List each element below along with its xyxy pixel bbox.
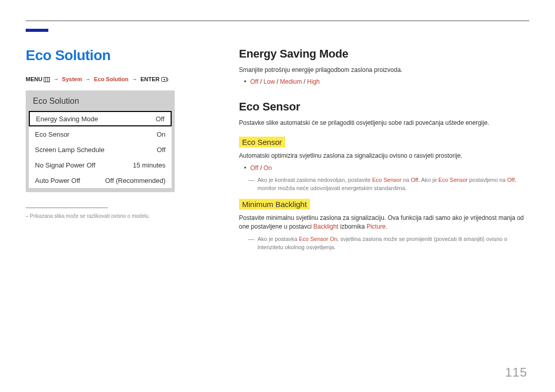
opt-off: Off: [250, 164, 258, 172]
subheading-min-backlight: Minimum Backlight: [239, 199, 310, 210]
menu-row-label: Screen Lamp Schedule: [35, 146, 104, 154]
breadcrumb-system: System: [62, 76, 82, 82]
breadcrumb-menu: MENU: [26, 76, 42, 82]
disclaimer-note: Prikazana slika može se razlikovati ovis…: [26, 213, 198, 219]
arrow-icon: →: [132, 76, 137, 82]
enter-icon: [161, 77, 169, 83]
eco-sensor-options: Off / On: [250, 164, 529, 173]
note-rule: [26, 208, 108, 208]
menu-row-label: Eco Sensor: [35, 130, 69, 138]
menu-row-screen-lamp[interactable]: Screen Lamp Schedule Off: [29, 142, 172, 157]
min-backlight-note: Ako je postavka Eco Sensor On, svjetlina…: [239, 235, 529, 252]
energy-saving-options: Off / Low / Medium / High: [250, 78, 529, 86]
subheading-eco-sensor: Eco Sensor: [239, 137, 285, 147]
eco-sensor-desc: Postavke slike automatski će se prilagod…: [239, 119, 529, 127]
section-heading-eco-sensor: Eco Sensor: [239, 100, 529, 114]
menu-row-value: 15 minutes: [133, 161, 165, 169]
menu-row-no-signal[interactable]: No Signal Power Off 15 minutes: [29, 157, 172, 173]
svg-rect-0: [44, 78, 50, 82]
menu-row-label: Auto Power Off: [35, 177, 80, 184]
menu-row-energy-saving[interactable]: Energy Saving Mode Off: [29, 111, 172, 126]
eco-sensor-sub-desc: Automatski optimizira svjetlinu zaslona …: [239, 152, 529, 160]
opt-on: On: [264, 164, 272, 172]
opt-medium: Medium: [280, 78, 302, 85]
min-backlight-desc: Postavite minimalnu svjetlinu zaslona za…: [239, 214, 529, 232]
menu-row-auto-power-off[interactable]: Auto Power Off Off (Recommended): [29, 173, 172, 188]
page-title: Eco Solution: [26, 47, 198, 64]
menu-row-value: On: [157, 130, 165, 138]
breadcrumb-eco: Eco Solution: [94, 76, 128, 82]
breadcrumb: MENU → System → Eco Solution → ENTER: [26, 76, 198, 83]
menu-row-value: Off (Recommended): [105, 177, 165, 184]
menu-row-label: No Signal Power Off: [35, 161, 96, 169]
section-heading-energy-saving: Energy Saving Mode: [239, 47, 529, 61]
menu-row-value: Off: [157, 146, 165, 154]
opt-low: Low: [264, 78, 275, 85]
opt-high: High: [307, 78, 320, 85]
accent-bar: [26, 29, 48, 32]
arrow-icon: →: [53, 76, 59, 82]
menu-row-label: Energy Saving Mode: [36, 115, 98, 123]
menu-row-value: Off: [156, 115, 164, 123]
menu-row-eco-sensor[interactable]: Eco Sensor On: [29, 126, 172, 142]
menu-icon: [44, 77, 50, 83]
page-number: 115: [505, 365, 527, 380]
menu-preview-title: Eco Solution: [26, 90, 175, 111]
arrow-icon: →: [85, 76, 91, 82]
menu-preview: Eco Solution Energy Saving Mode Off Eco …: [26, 90, 175, 192]
opt-off: Off: [250, 78, 258, 85]
header-rule: [26, 21, 529, 21]
energy-saving-desc: Smanjite potrošnju energije prilagodbom …: [239, 66, 529, 74]
eco-sensor-note: Ako je kontrast zaslona nedovoljan, post…: [239, 176, 529, 193]
breadcrumb-enter: ENTER: [140, 76, 159, 82]
